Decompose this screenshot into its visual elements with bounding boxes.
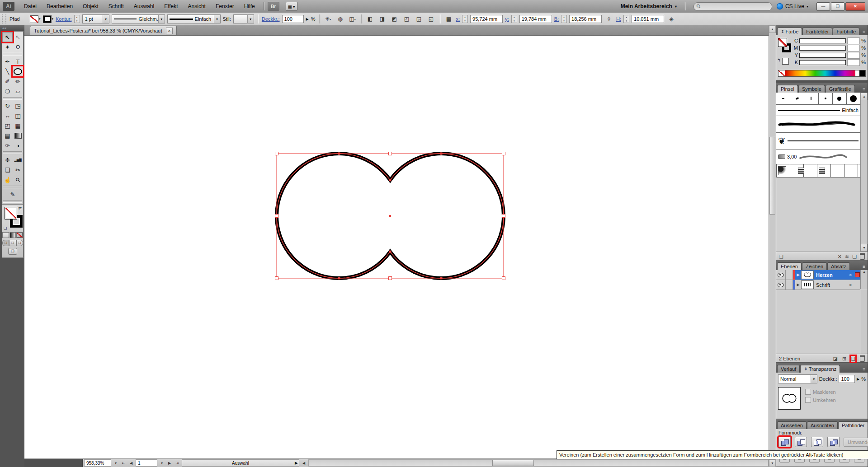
blob-brush-tool[interactable]: ❍: [2, 86, 13, 96]
channel-value-input[interactable]: [847, 45, 860, 51]
y-label[interactable]: y:: [505, 16, 509, 22]
symbol-sprayer-tool[interactable]: ❉: [2, 155, 13, 165]
brush-row-basic[interactable]: Einfach: [776, 105, 860, 116]
panel-menu-icon[interactable]: ≡: [861, 29, 867, 35]
opacity-input[interactable]: 100: [282, 15, 304, 23]
hand-tool[interactable]: ☝: [2, 175, 13, 185]
visibility-eye-icon[interactable]: [776, 280, 786, 290]
page-dropdown-icon[interactable]: ▾: [159, 460, 165, 466]
tab-ausrichten[interactable]: Ausrichten: [807, 421, 838, 429]
width-profile-select[interactable]: Gleichm. ▾: [112, 14, 165, 23]
cs-live-button[interactable]: CS Live ▾: [777, 3, 808, 9]
tab-symbole[interactable]: Symbole: [798, 85, 825, 93]
recolor-artwork-icon[interactable]: ◍: [335, 14, 345, 23]
brush-row-pattern[interactable]: [776, 164, 860, 177]
tab-pinsel[interactable]: Pinsel: [777, 85, 798, 93]
magic-wand-tool[interactable]: ✦: [2, 42, 13, 52]
line-segment-tool[interactable]: ╲: [2, 66, 13, 76]
status-menu-icon[interactable]: ▶: [295, 461, 298, 465]
drag-handle[interactable]: [2, 14, 6, 23]
channel-value-input[interactable]: [847, 52, 860, 59]
brush-row-charcoal[interactable]: [776, 116, 860, 133]
close-button[interactable]: ✕: [845, 2, 865, 11]
tab-transparenz[interactable]: ⇕ Transparenz: [800, 365, 840, 373]
minimize-button[interactable]: —: [816, 2, 830, 11]
fill-none-indicator[interactable]: [778, 38, 787, 47]
draw-behind-button[interactable]: ❏: [9, 240, 16, 246]
layer-row-schrift[interactable]: ▶Schrift○: [776, 280, 860, 290]
bridge-button[interactable]: Br: [268, 2, 279, 11]
height-input[interactable]: 10,051 mm: [632, 15, 664, 23]
fill-swatch[interactable]: ▾: [30, 15, 41, 23]
shape-builder-tool[interactable]: ◰: [2, 121, 13, 131]
play-right-icon[interactable]: ▶: [306, 17, 309, 21]
brush-libraries-icon[interactable]: ❏: [779, 254, 783, 260]
status-indicator[interactable]: Auswahl ▶: [182, 459, 299, 467]
type-tool[interactable]: T: [13, 56, 23, 66]
scroll-down-icon[interactable]: ▼: [769, 459, 776, 467]
intersect-button[interactable]: [811, 437, 823, 447]
umwandeln-button[interactable]: Umwandeln: [844, 438, 868, 447]
gradient-tool[interactable]: [13, 131, 23, 140]
column-graph-tool[interactable]: ▂▅▇: [13, 155, 23, 165]
page-number-field[interactable]: 1: [136, 459, 157, 467]
brush-options-icon[interactable]: ≋: [845, 254, 849, 260]
stroke-swatch[interactable]: ▾: [43, 15, 54, 23]
slice-tool[interactable]: ✂: [13, 165, 23, 175]
menu-item-ansicht[interactable]: Ansicht: [183, 0, 211, 13]
tab-farbhilfe[interactable]: Farbhilfe: [833, 28, 859, 35]
lock-cell[interactable]: [786, 280, 793, 290]
symbol-options-icon[interactable]: ◫▾: [348, 14, 358, 23]
vertical-scrollbar-thumb[interactable]: [769, 137, 775, 215]
new-layer-icon[interactable]: ❏: [851, 356, 855, 362]
width-label[interactable]: B:: [554, 16, 559, 22]
x-input[interactable]: 95,724 mm: [470, 15, 503, 23]
last-color-swatch[interactable]: [782, 58, 789, 65]
visibility-eye-icon[interactable]: [776, 270, 786, 280]
tab-aussehen[interactable]: Aussehen: [777, 421, 807, 429]
channel-slider[interactable]: [799, 53, 846, 58]
brush-calligraphic-4[interactable]: [819, 93, 833, 104]
fill-stroke-indicator[interactable]: ⇄ ❏: [3, 206, 22, 231]
tab-verlauf[interactable]: Verlauf: [777, 365, 800, 373]
panel-menu-icon[interactable]: ≡: [861, 367, 867, 373]
reference-point-icon[interactable]: ▦: [444, 14, 454, 23]
layer-thumbnail[interactable]: [801, 271, 814, 279]
align-center-icon[interactable]: ◨: [377, 14, 387, 23]
color-mode-button[interactable]: [2, 232, 9, 238]
expand-triangle-icon[interactable]: ▶: [795, 280, 801, 290]
tab-farbfelder[interactable]: Farbfelder: [802, 28, 832, 35]
minus-front-button[interactable]: [795, 437, 807, 447]
delete-layer-icon[interactable]: [860, 355, 865, 362]
selection-tool[interactable]: ↖: [2, 32, 13, 42]
first-page-icon[interactable]: ⇤: [120, 460, 127, 466]
ellipse-tool[interactable]: [13, 66, 23, 76]
height-stepper[interactable]: ▴▾: [623, 15, 629, 23]
graphic-style-select[interactable]: ▾: [233, 14, 254, 23]
menu-item-bearbeiten[interactable]: Bearbeiten: [42, 0, 78, 13]
tab-farbe[interactable]: ⇕ Farbe: [777, 28, 802, 35]
draw-normal-button[interactable]: ❏: [2, 240, 9, 246]
remove-brush-stroke-icon[interactable]: ✕: [838, 254, 842, 260]
selection-indicator[interactable]: [854, 270, 860, 280]
brush-calligraphic-6[interactable]: [847, 93, 860, 104]
align-right-icon[interactable]: ◩: [390, 14, 400, 23]
zoom-tool[interactable]: ⚲: [13, 175, 23, 185]
zoom-level-field[interactable]: 958,33%: [84, 459, 111, 467]
brush-calligraphic-1[interactable]: [776, 93, 790, 104]
target-circle-icon[interactable]: ○: [847, 280, 854, 290]
workspace-switcher[interactable]: Mein Arbeitsbereich ▾: [621, 3, 677, 9]
constrain-proportions-icon[interactable]: ◈: [666, 14, 676, 23]
free-transform-tool[interactable]: ◫: [13, 111, 23, 121]
horizontal-scrollbar[interactable]: [308, 459, 769, 467]
layer-thumbnail[interactable]: [801, 280, 814, 289]
brush-row-blob[interactable]: 3,00: [776, 149, 860, 164]
menu-item-auswahl[interactable]: Auswahl: [129, 0, 159, 13]
zoom-dropdown-icon[interactable]: ▾: [113, 460, 119, 466]
opacity-input[interactable]: 100: [839, 375, 855, 383]
brush-definition-select[interactable]: Einfach ▾: [167, 14, 221, 23]
make-clipping-mask-icon[interactable]: ◪: [833, 356, 838, 362]
direct-selection-tool[interactable]: ↖: [13, 32, 23, 42]
gradient-mode-button[interactable]: [9, 232, 16, 238]
swap-fill-stroke-icon[interactable]: ⇄: [18, 206, 22, 210]
